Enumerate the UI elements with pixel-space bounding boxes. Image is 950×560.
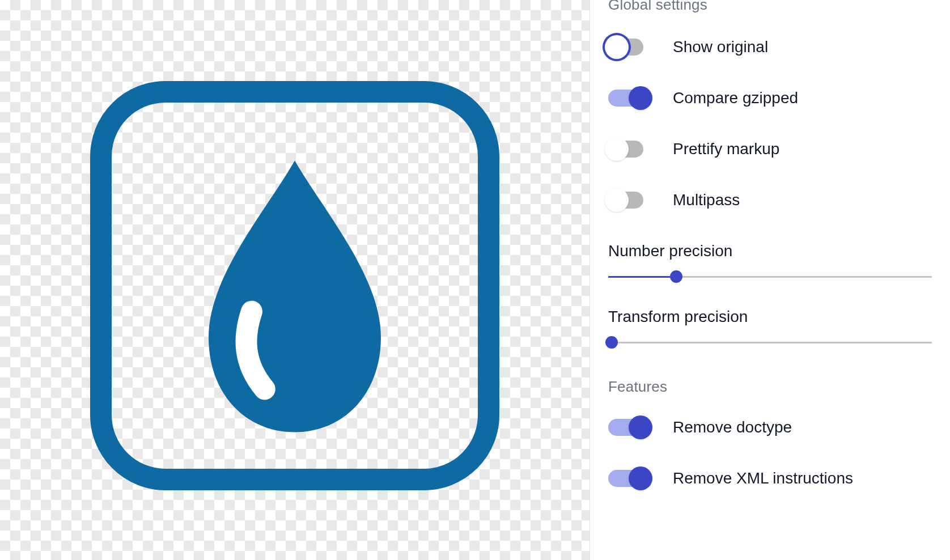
features-header: Features: [608, 378, 932, 396]
remove-doctype-toggle[interactable]: [608, 419, 649, 436]
global-settings-header: Global settings: [608, 0, 932, 14]
remove-xml-instructions-row: Remove XML instructions: [608, 469, 932, 487]
number-precision-group: Number precision: [608, 242, 932, 283]
prettify-markup-row: Prettify markup: [608, 140, 932, 158]
remove-xml-instructions-label: Remove XML instructions: [673, 469, 853, 487]
show-original-toggle[interactable]: [608, 39, 649, 56]
compare-gzipped-toggle[interactable]: [608, 90, 649, 107]
multipass-label: Multipass: [673, 191, 740, 209]
prettify-markup-toggle[interactable]: [608, 141, 649, 158]
compare-gzipped-label: Compare gzipped: [673, 89, 798, 107]
number-precision-slider[interactable]: [608, 270, 932, 283]
multipass-row: Multipass: [608, 191, 932, 209]
show-original-row: Show original: [608, 38, 932, 56]
transform-precision-label: Transform precision: [608, 308, 932, 326]
remove-doctype-label: Remove doctype: [673, 418, 792, 436]
transform-precision-group: Transform precision: [608, 308, 932, 349]
remove-xml-instructions-toggle[interactable]: [608, 470, 649, 487]
prettify-markup-label: Prettify markup: [673, 140, 779, 158]
settings-pane: Global settings Show original Compare gz…: [589, 0, 950, 560]
number-precision-label: Number precision: [608, 242, 932, 260]
remove-doctype-row: Remove doctype: [608, 418, 932, 436]
preview-pane: [0, 0, 589, 560]
transform-precision-slider[interactable]: [608, 336, 932, 349]
multipass-toggle[interactable]: [608, 192, 649, 209]
features-list: Remove doctype Remove XML instructions: [608, 418, 932, 487]
compare-gzipped-row: Compare gzipped: [608, 89, 932, 107]
svg-preview: [79, 70, 510, 501]
show-original-label: Show original: [673, 38, 768, 56]
water-drop-icon: [79, 70, 510, 501]
